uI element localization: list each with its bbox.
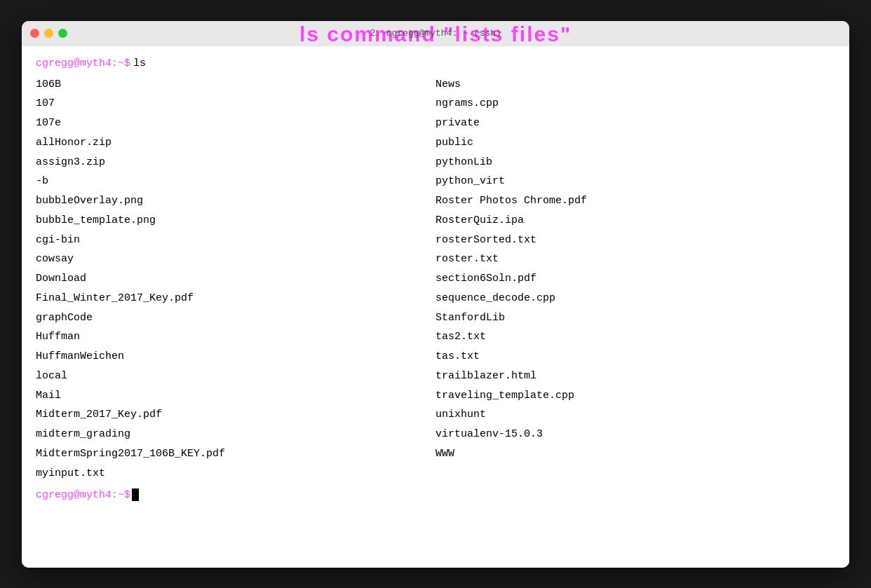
list-item: Huffman xyxy=(36,327,436,347)
list-item: public xyxy=(436,133,835,153)
list-item: section6Soln.pdf xyxy=(436,269,835,289)
window-title: 2. cgregg@myth4: ~ (ssh) xyxy=(370,28,501,39)
list-item: traveling_template.cpp xyxy=(436,386,835,406)
bottom-prompt-line: cgregg@myth4:~$ xyxy=(36,488,835,501)
list-item: sequence_decode.cpp xyxy=(436,289,835,308)
list-item: bubble_template.png xyxy=(36,211,436,231)
list-item: tas.txt xyxy=(436,347,835,367)
list-item: python_virt xyxy=(436,172,835,191)
list-item: Final_Winter_2017_Key.pdf xyxy=(36,289,436,308)
list-item: RosterQuiz.ipa xyxy=(436,211,835,231)
close-button[interactable] xyxy=(30,29,39,38)
file-listing: 106BNews107ngrams.cpp107eprivateallHonor… xyxy=(36,75,835,484)
prompt2: cgregg@myth4:~$ xyxy=(36,489,130,501)
list-item: trailblazer.html xyxy=(436,367,835,386)
list-item: 106B xyxy=(36,75,436,95)
list-item: ngrams.cpp xyxy=(436,94,835,114)
list-item: assign3.zip xyxy=(36,153,436,172)
list-item: roster.txt xyxy=(436,249,835,269)
minimize-button[interactable] xyxy=(44,29,53,38)
terminal-window: ls command "lists files" 2. cgregg@myth4… xyxy=(22,21,849,568)
list-item: News xyxy=(436,75,835,95)
list-item: bubbleOverlay.png xyxy=(36,191,436,211)
list-item: graphCode xyxy=(36,308,436,328)
list-item: StanfordLib xyxy=(436,308,835,328)
list-item xyxy=(436,464,835,484)
list-item: cowsay xyxy=(36,249,436,269)
list-item: WWW xyxy=(436,444,835,464)
list-item: Download xyxy=(36,269,436,289)
list-item: Mail xyxy=(36,386,436,406)
command-text: ls xyxy=(133,57,146,69)
list-item: local xyxy=(36,367,436,386)
list-item: 107 xyxy=(36,94,436,114)
cursor xyxy=(132,488,139,501)
list-item: unixhunt xyxy=(436,405,835,425)
list-item: cgi-bin xyxy=(36,231,436,250)
list-item: pythonLib xyxy=(436,153,835,172)
list-item: myinput.txt xyxy=(36,464,436,484)
maximize-button[interactable] xyxy=(58,29,67,38)
list-item: -b xyxy=(36,172,436,191)
list-item: tas2.txt xyxy=(436,327,835,347)
list-item: allHonor.zip xyxy=(36,133,436,153)
list-item: midterm_grading xyxy=(36,425,436,444)
command-line: cgregg@myth4:~$ ls xyxy=(36,57,835,69)
title-bar: ls command "lists files" 2. cgregg@myth4… xyxy=(22,21,849,46)
prompt1: cgregg@myth4:~$ xyxy=(36,57,130,69)
traffic-lights xyxy=(30,29,67,38)
list-item: MidtermSpring2017_106B_KEY.pdf xyxy=(36,444,436,464)
terminal-body[interactable]: cgregg@myth4:~$ ls 106BNews107ngrams.cpp… xyxy=(22,46,849,568)
list-item: Roster Photos Chrome.pdf xyxy=(436,191,835,211)
list-item: 107e xyxy=(36,114,436,133)
list-item: Midterm_2017_Key.pdf xyxy=(36,405,436,425)
list-item: private xyxy=(436,114,835,133)
list-item: virtualenv-15.0.3 xyxy=(436,425,835,444)
list-item: rosterSorted.txt xyxy=(436,231,835,250)
list-item: HuffmanWeichen xyxy=(36,347,436,367)
